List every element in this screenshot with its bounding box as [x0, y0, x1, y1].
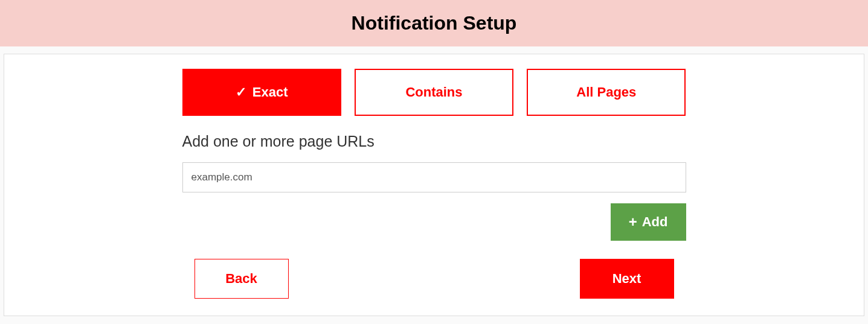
page-header: Notification Setup — [0, 0, 868, 46]
tab-all-pages-label: All Pages — [576, 84, 636, 100]
tab-contains-label: Contains — [405, 84, 462, 100]
panel-inner: ✓ Exact Contains All Pages Add one or mo… — [182, 69, 686, 299]
tab-contains[interactable]: Contains — [355, 69, 513, 116]
plus-icon: + — [629, 214, 637, 230]
back-button[interactable]: Back — [194, 259, 289, 299]
match-type-tabs: ✓ Exact Contains All Pages — [182, 69, 686, 116]
next-button[interactable]: Next — [580, 259, 674, 299]
add-row: + Add — [182, 203, 686, 241]
page-title: Notification Setup — [0, 12, 868, 34]
add-button-label: Add — [642, 214, 668, 230]
url-input-label: Add one or more page URLs — [182, 133, 686, 150]
url-input[interactable] — [182, 162, 686, 192]
check-icon: ✓ — [236, 84, 246, 100]
add-button[interactable]: + Add — [611, 203, 686, 241]
nav-row: Back Next — [182, 259, 686, 299]
setup-panel: ✓ Exact Contains All Pages Add one or mo… — [4, 54, 864, 316]
tab-exact-label: Exact — [252, 84, 288, 100]
tab-exact[interactable]: ✓ Exact — [182, 69, 341, 116]
tab-all-pages[interactable]: All Pages — [527, 69, 686, 116]
